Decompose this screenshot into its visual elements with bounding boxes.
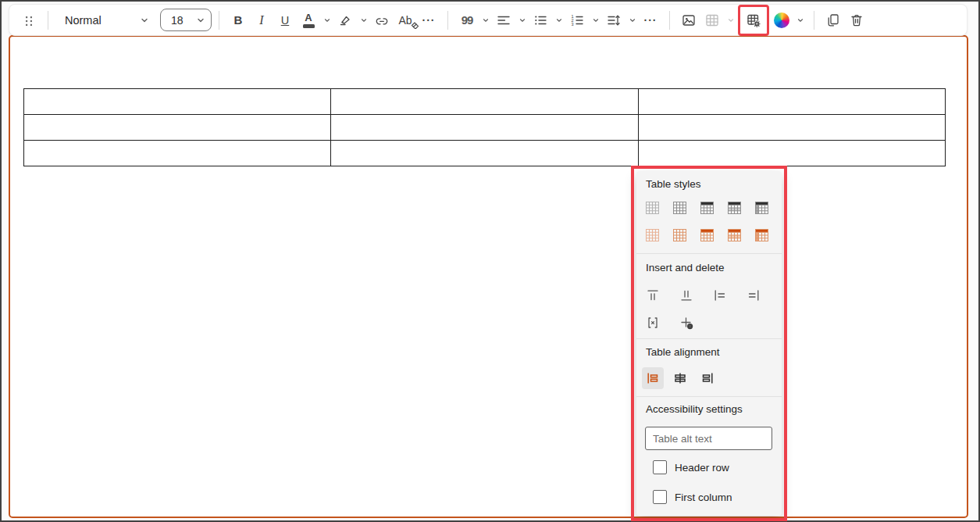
link-button[interactable] xyxy=(370,9,394,32)
table-cell[interactable] xyxy=(24,141,331,166)
clear-formatting-icon: Ab xyxy=(398,14,412,27)
align-table-left-button[interactable] xyxy=(642,367,664,389)
table-cell[interactable] xyxy=(638,89,945,115)
align-menu-chevron[interactable] xyxy=(515,9,529,32)
table-options-panel-wrap: Table styles xyxy=(636,171,782,516)
copy-button[interactable] xyxy=(821,9,845,32)
accessibility-settings-title: Accessibility settings xyxy=(646,403,743,415)
align-icon xyxy=(496,13,511,28)
insert-row-above-button[interactable] xyxy=(643,285,663,306)
table-cell[interactable] xyxy=(638,115,945,141)
chevron-down-icon xyxy=(629,16,636,24)
highlight-menu-chevron[interactable] xyxy=(357,9,370,32)
paragraph-style-value: Normal xyxy=(65,14,140,27)
table-style-header-banded-icon[interactable] xyxy=(728,202,741,214)
underline-icon: U xyxy=(281,14,289,27)
delete-table-button[interactable] xyxy=(676,313,697,333)
toolbar-divider xyxy=(669,11,670,30)
clear-formatting-button[interactable]: Ab xyxy=(394,9,417,32)
insert-row-above-icon xyxy=(646,288,660,302)
quote-menu-chevron[interactable] xyxy=(479,9,492,32)
bold-button[interactable]: B xyxy=(226,9,250,32)
table-cell[interactable] xyxy=(24,115,331,141)
table-style-plain-light-accent-icon[interactable] xyxy=(646,229,659,241)
header-row-option[interactable]: Header row xyxy=(653,460,729,474)
toolbar-divider xyxy=(219,11,219,30)
numbered-list-icon: 1 2 3 xyxy=(569,13,585,28)
line-spacing-button[interactable] xyxy=(602,9,625,32)
line-spacing-icon xyxy=(606,13,622,28)
bold-icon: B xyxy=(234,13,243,27)
font-color-button[interactable]: A xyxy=(297,9,320,32)
table-style-header-first-column-icon[interactable] xyxy=(755,202,768,214)
table-settings-icon xyxy=(746,13,761,28)
bullet-list-menu-chevron[interactable] xyxy=(552,9,565,32)
more-text-options-button[interactable]: ··· xyxy=(417,9,440,32)
insert-column-left-icon xyxy=(713,288,727,302)
font-size-value: 18 xyxy=(171,14,196,27)
table-alignment-row xyxy=(642,367,718,389)
trash-icon xyxy=(849,13,864,28)
delete-column-button[interactable] xyxy=(643,313,663,333)
more-icon: ··· xyxy=(422,14,436,27)
numbered-list-button[interactable]: 1 2 3 xyxy=(565,9,589,32)
delete-row-button[interactable] xyxy=(777,285,782,306)
first-column-option[interactable]: First column xyxy=(653,490,732,504)
italic-button[interactable]: I xyxy=(250,9,273,32)
table-cell[interactable] xyxy=(331,89,638,115)
insert-image-button[interactable] xyxy=(677,9,700,32)
table-alignment-title: Table alignment xyxy=(646,346,720,358)
table-style-header-banded-accent-icon[interactable] xyxy=(728,229,741,241)
copilot-button[interactable] xyxy=(770,9,793,32)
table-style-header-icon[interactable] xyxy=(700,202,714,214)
header-row-label: Header row xyxy=(675,462,729,474)
table-cell[interactable] xyxy=(331,141,638,166)
table-cell[interactable] xyxy=(331,115,638,141)
table-settings-button[interactable] xyxy=(742,9,765,32)
table-cell[interactable] xyxy=(24,89,331,115)
insert-table-button[interactable] xyxy=(700,9,724,32)
chevron-down-icon xyxy=(555,16,563,24)
underline-button[interactable]: U xyxy=(273,9,297,32)
chevron-down-icon xyxy=(727,16,735,24)
quote-button[interactable]: 99 xyxy=(455,9,479,32)
align-button[interactable] xyxy=(492,9,515,32)
align-table-center-button[interactable] xyxy=(669,367,691,389)
table-alt-text-input[interactable] xyxy=(645,427,772,450)
drag-handle[interactable] xyxy=(17,9,41,32)
insert-row-below-button[interactable] xyxy=(676,285,697,306)
insert-column-right-button[interactable] xyxy=(743,285,764,306)
more-icon: ··· xyxy=(644,14,657,27)
panel-divider xyxy=(636,338,782,339)
insert-delete-row-2 xyxy=(643,313,697,333)
font-color-menu-chevron[interactable] xyxy=(320,9,333,32)
align-table-right-button[interactable] xyxy=(697,367,718,389)
paragraph-style-dropdown[interactable]: Normal xyxy=(55,9,155,32)
table-style-header-first-column-accent-icon[interactable] xyxy=(755,229,768,241)
line-spacing-menu-chevron[interactable] xyxy=(625,9,639,32)
copilot-icon xyxy=(774,13,789,28)
table-options-panel: Table styles xyxy=(636,171,782,516)
insert-column-left-button[interactable] xyxy=(710,285,730,306)
font-size-dropdown[interactable]: 18 xyxy=(160,9,212,31)
document-table[interactable] xyxy=(23,88,946,166)
table-cell[interactable] xyxy=(638,141,945,166)
editor-window: Normal 18 B I U A xyxy=(0,0,980,522)
table-style-plain-light-icon[interactable] xyxy=(646,202,659,214)
first-column-checkbox[interactable] xyxy=(653,490,667,504)
insert-table-menu-chevron[interactable] xyxy=(724,9,737,32)
more-paragraph-options-button[interactable]: ··· xyxy=(639,9,662,32)
bullet-list-button[interactable] xyxy=(529,9,552,32)
document-canvas[interactable] xyxy=(9,35,968,518)
insert-row-below-icon xyxy=(679,288,693,302)
table-style-grid-icon[interactable] xyxy=(673,202,686,214)
numbered-list-menu-chevron[interactable] xyxy=(589,9,602,32)
copilot-menu-chevron[interactable] xyxy=(793,9,807,32)
drag-handle-icon xyxy=(22,13,36,27)
table-style-header-accent-icon[interactable] xyxy=(700,229,714,241)
delete-button[interactable] xyxy=(845,9,868,32)
first-column-label: First column xyxy=(675,492,732,503)
table-style-grid-accent-icon[interactable] xyxy=(673,229,686,241)
highlight-button[interactable] xyxy=(333,9,357,32)
header-row-checkbox[interactable] xyxy=(653,460,667,474)
